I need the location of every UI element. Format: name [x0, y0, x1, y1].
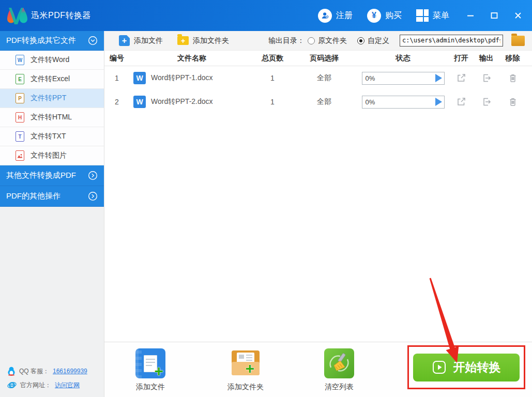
sidebar-group-other-to-pdf[interactable]: 其他文件转换成PDF: [0, 165, 104, 186]
sidebar-item-txt[interactable]: T 文件转TXT: [0, 127, 104, 146]
sidebar-group-label: 其他文件转换成PDF: [6, 171, 76, 180]
remove-file-button[interactable]: [498, 97, 527, 107]
footer-add-file-button[interactable]: + 添加文件: [122, 348, 179, 392]
browse-folder-icon[interactable]: [511, 36, 525, 46]
add-folder-button[interactable]: + 添加文件夹: [177, 36, 229, 45]
sidebar-group-pdf-ops[interactable]: PDF的其他操作: [0, 186, 104, 207]
remove-file-button[interactable]: [498, 73, 527, 83]
page-selection[interactable]: 全部: [291, 97, 358, 106]
annotation-highlight-box: 开始转换: [407, 345, 525, 389]
table-header: 编号 文件名称 总页数 页码选择 状态 打开 输出 移除: [104, 51, 532, 66]
trash-icon: [508, 73, 518, 83]
footer-clear-list-button[interactable]: 清空列表: [311, 348, 368, 392]
app-window: 迅米PDF转换器 注册 ¥ 购买 菜单: [0, 0, 532, 397]
sidebar-item-label: 文件转Word: [31, 55, 69, 65]
open-file-button[interactable]: [448, 97, 474, 107]
sidebar-item-image[interactable]: 文件转图片: [0, 146, 104, 165]
file-name: Word转PPT-2.docx: [151, 97, 213, 106]
play-icon[interactable]: [435, 74, 442, 82]
col-header-number: 编号: [104, 54, 129, 63]
export-icon: [481, 97, 492, 107]
register-button[interactable]: 注册: [318, 9, 353, 23]
total-pages: 1: [254, 74, 291, 82]
add-file-button[interactable]: + 添加文件: [119, 35, 163, 46]
add-file-icon: +: [119, 35, 130, 46]
sidebar-group-pdf-to-other[interactable]: PDF转换成其它文件: [0, 31, 104, 51]
start-convert-button[interactable]: 开始转换: [413, 354, 520, 381]
output-path-input[interactable]: [400, 35, 503, 47]
sidebar-item-excel[interactable]: E 文件转Excel: [0, 70, 104, 89]
sidebar-item-label: 文件转PPT: [31, 94, 66, 103]
row-number: 2: [104, 98, 129, 106]
footer-add-folder-button[interactable]: + 添加文件夹: [217, 348, 274, 392]
menu-label: 菜单: [433, 10, 449, 21]
add-folder-icon: +: [177, 36, 189, 45]
app-logo-icon: [5, 5, 29, 26]
main-panel: + 添加文件 + 添加文件夹 输出目录： 原文件夹 自定义: [104, 31, 532, 397]
chevron-right-circle-icon: [88, 171, 98, 180]
col-header-remove: 移除: [498, 54, 527, 63]
progress-bar: 0%: [362, 96, 445, 109]
chevron-down-circle-icon: [88, 36, 98, 45]
image-file-icon: [16, 150, 24, 161]
progress-bar: 0%: [362, 72, 445, 85]
add-folder-big-icon: +: [231, 348, 261, 378]
buy-icon: ¥: [367, 9, 381, 23]
official-site-link[interactable]: 访问官网: [55, 381, 80, 390]
buy-button[interactable]: ¥ 购买: [367, 9, 402, 23]
footer-add-file-label: 添加文件: [136, 383, 165, 392]
sidebar-item-ppt[interactable]: P 文件转PPT: [0, 89, 104, 108]
radio-original-folder[interactable]: [308, 37, 315, 44]
open-output-button[interactable]: [474, 97, 498, 107]
add-file-label: 添加文件: [134, 36, 163, 45]
sidebar-item-word[interactable]: W 文件转Word: [0, 51, 104, 70]
radio-original-label[interactable]: 原文件夹: [318, 36, 347, 45]
footer-add-folder-label: 添加文件夹: [227, 383, 264, 392]
start-convert-label: 开始转换: [453, 359, 501, 375]
title-bar: 迅米PDF转换器 注册 ¥ 购买 菜单: [0, 0, 532, 31]
menu-button[interactable]: 菜单: [416, 9, 449, 22]
sidebar-item-label: 文件转Excel: [31, 74, 70, 84]
excel-file-icon: E: [16, 74, 24, 84]
minimize-button[interactable]: [465, 10, 476, 21]
radio-custom-label[interactable]: 自定义: [368, 36, 389, 45]
txt-file-icon: T: [16, 131, 24, 142]
table-row: 1 W Word转PPT-1.docx 1 全部 0%: [104, 66, 532, 90]
radio-custom[interactable]: [357, 37, 364, 44]
qq-icon: [7, 367, 16, 376]
external-link-icon: [456, 73, 466, 83]
clear-list-big-icon: [324, 348, 354, 378]
qq-number-link[interactable]: 1661699939: [53, 368, 87, 375]
footer-clear-list-label: 清空列表: [325, 383, 354, 392]
output-dir-group: 输出目录： 原文件夹 自定义: [268, 35, 532, 47]
col-header-status: 状态: [358, 54, 448, 63]
progress-value: 0%: [366, 74, 435, 82]
open-output-button[interactable]: [474, 73, 498, 83]
sidebar-item-label: 文件转TXT: [31, 132, 66, 141]
sidebar-item-label: 文件转图片: [31, 151, 67, 160]
file-name: Word转PPT-1.docx: [151, 73, 213, 83]
col-header-open: 打开: [448, 54, 474, 63]
external-link-icon: [456, 97, 466, 107]
total-pages: 1: [254, 98, 291, 106]
sidebar-item-html[interactable]: H 文件转HTML: [0, 108, 104, 127]
open-file-button[interactable]: [448, 73, 474, 83]
buy-label: 购买: [385, 10, 402, 21]
table-row: 2 W Word转PPT-2.docx 1 全部 0%: [104, 90, 532, 114]
chevron-right-circle-icon: [88, 191, 98, 201]
col-header-pages: 总页数: [254, 54, 291, 63]
register-label: 注册: [336, 10, 353, 21]
sidebar-group-label: PDF转换成其它文件: [6, 36, 76, 45]
word-file-icon: W: [16, 55, 24, 65]
maximize-button[interactable]: [489, 10, 500, 21]
output-dir-label: 输出目录：: [268, 36, 305, 45]
page-selection[interactable]: 全部: [291, 73, 358, 83]
trash-icon: [508, 97, 518, 107]
col-header-filename: 文件名称: [129, 54, 254, 63]
app-title: 迅米PDF转换器: [31, 10, 91, 21]
ie-browser-icon: [7, 380, 17, 390]
play-icon[interactable]: [435, 98, 442, 106]
close-button[interactable]: [512, 10, 524, 21]
export-icon: [481, 73, 492, 83]
play-button-icon: [432, 360, 446, 374]
